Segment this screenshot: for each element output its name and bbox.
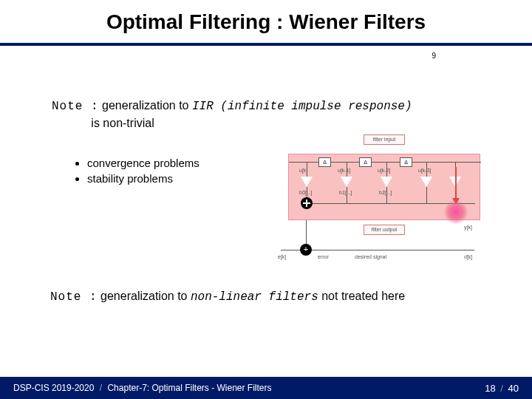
note-text-cont: not treated here <box>318 290 405 302</box>
gain-icon <box>420 177 432 187</box>
wire <box>307 162 307 177</box>
nonlinear-phrase: non-linear filters <box>191 290 318 304</box>
page-sep: / <box>498 383 505 394</box>
input-label-box: filter input <box>364 134 405 145</box>
title-area: Optimal Filtering : Wiener Filters <box>0 0 532 38</box>
coef-label: b2[...] <box>379 190 392 195</box>
gain-icon <box>381 177 392 187</box>
coef-label: b0[...] <box>299 190 313 195</box>
note-iir: Note : generalization to IIR (infinite i… <box>52 98 412 131</box>
e-label: e[k] <box>278 254 286 259</box>
wire <box>347 162 347 177</box>
d-label: d[k] <box>464 254 472 259</box>
note-label: Note : <box>52 100 99 113</box>
bullet-item: stability problems <box>87 172 200 185</box>
subpage-number: 9 <box>432 52 436 60</box>
tap-label: u[k-1] <box>338 168 351 173</box>
page-current: 18 <box>485 383 495 394</box>
desired-label: desired signal <box>355 254 386 259</box>
footer: DSP-CIS 2019-2020 / Chapter-7: Optimal F… <box>0 377 532 399</box>
filter-diagram: filter input Δ Δ Δ u[k] u[k-1] u[k-2] u[… <box>281 134 488 275</box>
iir-phrase: IIR (infinite impulse response) <box>192 100 412 113</box>
wire <box>347 187 347 203</box>
note-text-cont: is non-trivial <box>91 117 154 129</box>
wire <box>289 162 481 163</box>
note-label: Note : <box>50 290 98 304</box>
highlight-circle-icon <box>443 200 468 225</box>
footer-left: DSP-CIS 2019-2020 / Chapter-7: Optimal F… <box>13 383 271 393</box>
wire <box>281 250 300 250</box>
wire <box>312 250 474 250</box>
wire <box>386 162 387 177</box>
gain-icon <box>341 177 352 187</box>
error-label: error <box>318 254 329 259</box>
gain-icon <box>301 177 313 187</box>
output-label-box: filter output <box>364 225 405 235</box>
footer-sep: / <box>97 383 105 393</box>
adder-icon <box>301 197 313 209</box>
tap-label: u[k-2] <box>378 168 391 173</box>
wire <box>386 187 387 203</box>
delay-box: Δ <box>400 157 412 167</box>
footer-chapter: Chapter-7: Optimal Filters - Wiener Filt… <box>107 383 271 393</box>
content-area: 9 Note : generalization to IIR (infinite… <box>0 46 532 364</box>
page-counter: 18 / 40 <box>485 383 519 394</box>
tap-label: u[k-3] <box>418 168 432 173</box>
wire <box>426 162 427 177</box>
bullet-list: convergence problems stability problems <box>74 157 200 188</box>
wire <box>426 187 427 203</box>
y-label: y[k] <box>464 225 472 230</box>
slide-title: Optimal Filtering : Wiener Filters <box>0 10 532 34</box>
note-text: generalization to <box>100 290 191 302</box>
delay-box: Δ <box>359 157 372 167</box>
bullet-item: convergence problems <box>87 157 200 169</box>
page-total: 40 <box>508 383 519 394</box>
error-adder-icon: + <box>300 244 312 256</box>
highlight-arrow-icon <box>455 167 457 204</box>
delay-box: Δ <box>318 157 331 167</box>
note-nonlinear: Note : generalization to non-linear filt… <box>50 290 405 304</box>
coef-label: b1[...] <box>339 190 352 195</box>
footer-course: DSP-CIS 2019-2020 <box>13 383 94 393</box>
note-text: generalization to <box>102 99 192 112</box>
slide: Optimal Filtering : Wiener Filters 9 Not… <box>0 0 532 399</box>
